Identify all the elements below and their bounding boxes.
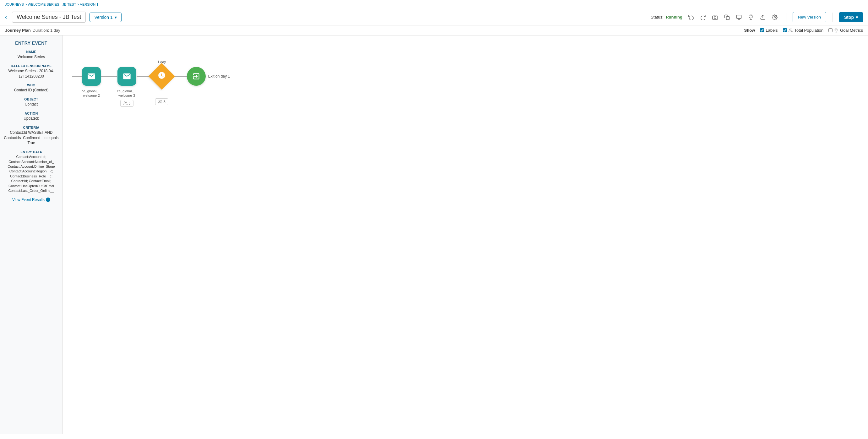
entry-event-sidebar: ENTRY EVENT NAME Welcome Series DATA EXT… [0,35,63,434]
sidebar-field-entry-data: ENTRY DATA Contact:Account:Id; Contact:A… [4,150,59,193]
show-controls: Show Labels Total Population Goal Metric… [744,28,863,33]
sidebar-field-label-entry-data: ENTRY DATA [4,150,59,154]
sidebar-field-label-action: ACTION [4,112,59,115]
trophy-button[interactable] [746,12,756,22]
sidebar-field-value-entry-data: Contact:Account:Id; Contact:Account:Numb… [4,155,59,193]
population-badge-wait: 3 [155,98,168,105]
toolbar [686,12,780,22]
version-label: Version 1 [94,15,113,20]
entry-connector [72,76,82,77]
svg-point-0 [714,16,716,18]
people-icon [788,28,793,33]
show-label: Show [744,28,755,33]
sidebar-field-value-criteria: Contact:Id WASSET AND Contact:Is_Confirm… [4,130,59,146]
total-population-checkbox[interactable] [783,28,787,32]
journey-flow: ce_global_... welcome-2 ce_global_... we… [72,48,859,107]
people-small-icon [123,101,127,105]
node-email-2[interactable]: ce_global_... welcome-3 3 [117,67,136,107]
sidebar-field-action: ACTION Updated; [4,112,59,121]
breadcrumb: JOURNEYS > WELCOME SERIES - JB TEST > VE… [0,0,868,9]
sidebar-field-criteria: CRITERIA Contact:Id WASSET AND Contact:I… [4,126,59,146]
back-button[interactable]: ‹ [5,14,7,21]
screenshot-button[interactable] [710,12,720,22]
view-event-results-link[interactable]: View Event Results i [4,197,59,202]
people-wait-icon [158,99,162,104]
labels-label: Labels [766,28,778,33]
info-icon: i [46,197,50,202]
goal-metrics-checkbox[interactable] [829,28,833,32]
goal-metrics-checkbox-wrapper[interactable]: Goal Metrics [829,28,863,33]
status-label: Status: Running [651,15,682,20]
sidebar-field-value-de: Welcome Series - 2018-04-17T141208230 [4,68,59,79]
sidebar-field-value-name: Welcome Series [4,54,59,60]
wait-node[interactable] [148,63,175,90]
breadcrumb-text: JOURNEYS > WELCOME SERIES - JB TEST > VE… [5,2,98,6]
sidebar-field-who: WHO Contact ID (Contact) [4,83,59,93]
journey-canvas[interactable]: ce_global_... welcome-2 ce_global_... we… [63,35,868,434]
node-wait[interactable]: 1 day 3 [152,67,171,105]
svg-rect-1 [726,16,730,20]
sidebar-section-title: ENTRY EVENT [4,40,59,45]
sidebar-field-label-name: NAME [4,50,59,54]
journey-plan-bar: Journey Plan Duration: 1 day Show Labels… [0,25,868,35]
email-node-2[interactable] [118,67,136,86]
trophy-small-icon [834,28,838,33]
status-value: Running [666,15,682,20]
sidebar-field-label-who: WHO [4,83,59,87]
population-badge-email-2: 3 [120,100,133,107]
wait-icon [158,71,166,81]
svg-point-7 [774,16,776,18]
node-email-1[interactable]: ce_global_... welcome-2 [82,67,101,98]
exit-node[interactable] [187,67,206,86]
total-population-checkbox-wrapper[interactable]: Total Population [783,28,824,33]
email-node-1[interactable] [82,67,101,86]
export-button[interactable] [758,12,768,22]
version-selector[interactable]: Version 1 ▾ [90,12,121,22]
sidebar-field-object: OBJECT Contact [4,97,59,107]
node-exit[interactable]: Exit on day 1 [187,67,230,86]
connector-1-2 [101,76,117,77]
goal-metrics-label: Goal Metrics [840,28,863,33]
sidebar-field-value-object: Contact [4,102,59,107]
stop-button[interactable]: Stop ▾ [839,12,863,22]
svg-point-10 [159,100,160,102]
sidebar-field-data-extension: DATA EXTENSION NAME Welcome Series - 201… [4,64,59,79]
labels-checkbox[interactable] [760,28,764,32]
exit-icon [192,72,200,81]
exit-label: Exit on day 1 [208,74,230,79]
email-label-1: ce_global_... welcome-2 [82,89,101,98]
svg-point-9 [124,101,125,103]
sidebar-field-name: NAME Welcome Series [4,50,59,60]
clock-icon [158,71,166,80]
email-icon-1 [87,72,96,81]
undo-button[interactable] [686,12,696,22]
redo-button[interactable] [698,12,708,22]
settings-button[interactable] [770,12,780,22]
sidebar-field-label-criteria: CRITERIA [4,126,59,129]
stop-chevron-icon: ▾ [856,15,858,20]
sidebar-field-label-object: OBJECT [4,97,59,101]
header: ‹ Welcome Series - JB Test Version 1 ▾ S… [0,9,868,25]
sidebar-field-value-action: Updated; [4,116,59,121]
copy-button[interactable] [722,12,732,22]
total-population-label: Total Population [795,28,824,33]
journey-title: Welcome Series - JB Test [12,11,86,23]
main-layout: ENTRY EVENT NAME Welcome Series DATA EXT… [0,35,868,434]
email-icon-2 [122,72,131,81]
labels-checkbox-wrapper[interactable]: Labels [760,28,778,33]
new-version-button[interactable]: New Version [793,12,826,22]
sidebar-field-label-de: DATA EXTENSION NAME [4,64,59,68]
version-chevron-icon: ▾ [115,15,117,20]
journey-plan-title: Journey Plan [5,28,31,33]
sidebar-field-value-who: Contact ID (Contact) [4,88,59,93]
email-label-2: ce_global_... welcome-3 [117,89,136,98]
history-button[interactable] [734,12,744,22]
journey-plan-duration: Duration: 1 day [33,28,60,33]
svg-rect-2 [736,15,741,19]
svg-point-8 [789,29,791,30]
